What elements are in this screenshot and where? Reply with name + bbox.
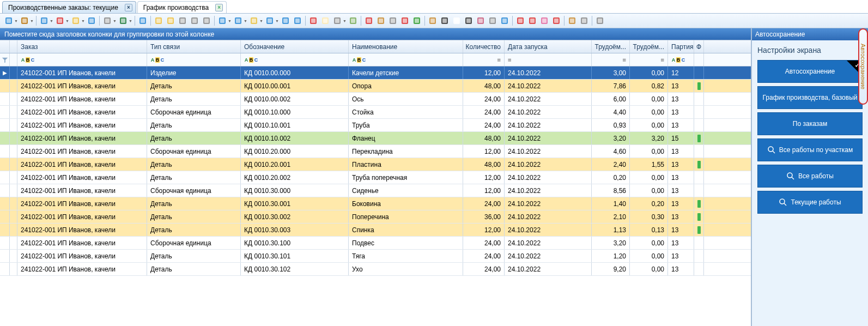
table-row[interactable]: 241022-001 ИП Иванов, качелиСборочная ед… bbox=[0, 145, 751, 158]
dropdown-arrow-icon[interactable]: ▼ bbox=[50, 19, 53, 23]
package-button[interactable] bbox=[427, 15, 438, 26]
col-quantity[interactable]: Количество bbox=[463, 40, 505, 53]
table-row[interactable]: 241022-001 ИП Иванов, качелиДетальКД 001… bbox=[0, 263, 751, 276]
layout-button-5[interactable]: Текущие работы bbox=[757, 191, 863, 214]
barcode-button[interactable] bbox=[439, 15, 450, 26]
stack4-button[interactable] bbox=[189, 15, 200, 26]
find-button[interactable] bbox=[387, 15, 398, 26]
dropdown-arrow-icon[interactable]: ▼ bbox=[244, 19, 247, 23]
table-row[interactable]: 241022-001 ИП Иванов, качелиДетальКД 001… bbox=[0, 224, 751, 237]
dropdown-arrow-icon[interactable]: ▼ bbox=[81, 19, 85, 23]
dropdown-arrow-icon[interactable]: ▼ bbox=[113, 19, 117, 23]
tree-expand-button[interactable] bbox=[233, 15, 244, 26]
note-button[interactable] bbox=[248, 15, 259, 26]
doc-button[interactable] bbox=[451, 15, 462, 26]
duplicate-button[interactable] bbox=[70, 15, 81, 26]
dropdown-arrow-icon[interactable]: ▼ bbox=[129, 19, 132, 23]
col-start-date[interactable]: Дата запуска bbox=[505, 40, 592, 53]
new-doc-button[interactable] bbox=[3, 15, 14, 26]
layout-button-2[interactable]: По заказам bbox=[757, 112, 863, 135]
print-button[interactable] bbox=[19, 15, 30, 26]
table-row[interactable]: 241022-001 ИП Иванов, качелиДетальКД 001… bbox=[0, 158, 751, 171]
list-button[interactable] bbox=[264, 15, 275, 26]
binoc-button[interactable] bbox=[463, 15, 474, 26]
table-row[interactable]: 241022-001 ИП Иванов, качелиДетальКД 001… bbox=[0, 197, 751, 210]
delete-button[interactable] bbox=[54, 15, 65, 26]
people-button[interactable] bbox=[475, 15, 486, 26]
table-row[interactable]: 241022-001 ИП Иванов, качелиДетальКД 001… bbox=[0, 93, 751, 106]
dropdown-arrow-icon[interactable]: ▼ bbox=[14, 19, 18, 23]
group-by-panel[interactable]: Поместите сюда заголовок колонки для гру… bbox=[0, 28, 751, 40]
tab-0[interactable]: Производственные заказы: текущие× bbox=[2, 1, 136, 13]
stack3-button[interactable] bbox=[177, 15, 188, 26]
stack1-button[interactable] bbox=[153, 15, 164, 26]
filter-labor1[interactable]: = bbox=[592, 53, 630, 66]
checkmark-button[interactable] bbox=[411, 15, 422, 26]
layout-button-4[interactable]: Все работы bbox=[757, 165, 863, 188]
table-row[interactable]: 241022-001 ИП Иванов, качелиСборочная ед… bbox=[0, 106, 751, 119]
dropdown-arrow-icon[interactable]: ▼ bbox=[343, 19, 347, 23]
struct-button[interactable] bbox=[499, 15, 510, 26]
col-type[interactable]: Тип связи bbox=[147, 40, 241, 53]
window-button[interactable] bbox=[567, 15, 578, 26]
tool-button[interactable] bbox=[487, 15, 498, 26]
filter-col-button[interactable] bbox=[280, 15, 291, 26]
dropdown-arrow-icon[interactable]: ▼ bbox=[259, 19, 263, 23]
layout-button-0[interactable]: Автосохранение✓ bbox=[757, 60, 863, 83]
table-row[interactable]: 241022-001 ИП Иванов, качелиДетальКД 001… bbox=[0, 80, 751, 93]
tab-1[interactable]: График производства× bbox=[137, 1, 227, 13]
machine-button[interactable] bbox=[201, 15, 212, 26]
pencil-button[interactable] bbox=[527, 15, 538, 26]
filter-designation[interactable]: ABC bbox=[241, 53, 349, 66]
dropdown-arrow-icon[interactable]: ▼ bbox=[275, 19, 279, 23]
menu-button[interactable] bbox=[594, 15, 605, 26]
col-designation[interactable]: Обозначение bbox=[241, 40, 349, 53]
filter-flag[interactable] bbox=[694, 53, 704, 66]
col-name[interactable]: Наименование bbox=[349, 40, 463, 53]
series-num-button[interactable] bbox=[217, 15, 228, 26]
badge-button[interactable] bbox=[539, 15, 550, 26]
table-row[interactable]: 241022-001 ИП Иванов, качелиДетальКД 001… bbox=[0, 171, 751, 184]
filter-name[interactable]: ABC bbox=[349, 53, 463, 66]
table-row[interactable]: 241022-001 ИП Иванов, качелиСборочная ед… bbox=[0, 184, 751, 197]
table-row[interactable]: ▶241022-001 ИП Иванов, качелиИзделиеКД 0… bbox=[0, 67, 751, 80]
excel-button[interactable] bbox=[118, 15, 129, 26]
dropdown-arrow-icon[interactable]: ▼ bbox=[228, 19, 232, 23]
props-button[interactable] bbox=[320, 15, 331, 26]
scheme-button[interactable] bbox=[332, 15, 343, 26]
close-icon[interactable]: × bbox=[125, 4, 132, 11]
table-row[interactable]: 241022-001 ИП Иванов, качелиДетальКД 001… bbox=[0, 119, 751, 132]
up-button[interactable] bbox=[551, 15, 562, 26]
dropdown-arrow-icon[interactable]: ▼ bbox=[30, 19, 34, 23]
dropdown-arrow-icon[interactable]: ▼ bbox=[65, 19, 69, 23]
table-row[interactable]: 241022-001 ИП Иванов, качелиСборочная ед… bbox=[0, 237, 751, 250]
table-row[interactable]: 241022-001 ИП Иванов, качелиДетальКД 001… bbox=[0, 210, 751, 224]
close-icon[interactable]: × bbox=[215, 4, 223, 11]
table-row[interactable]: 241022-001 ИП Иванов, качелиДетальКД 001… bbox=[0, 132, 751, 145]
col-flag[interactable]: Ф bbox=[694, 40, 704, 53]
save-button[interactable] bbox=[39, 15, 50, 26]
col-order[interactable]: Заказ bbox=[17, 40, 147, 53]
stack2-button[interactable] bbox=[165, 15, 176, 26]
col-labor1[interactable]: Трудоём... bbox=[592, 40, 630, 53]
filter-quantity[interactable]: = bbox=[463, 53, 505, 66]
colors-button[interactable] bbox=[308, 15, 319, 26]
clock-button[interactable] bbox=[375, 15, 386, 26]
filter-order[interactable]: ABC bbox=[17, 53, 147, 66]
col-labor2[interactable]: Трудоём... bbox=[630, 40, 668, 53]
filter-batch[interactable]: ABC bbox=[668, 53, 694, 66]
funnel-button[interactable] bbox=[292, 15, 303, 26]
layout-button-3[interactable]: Все работы по участкам bbox=[757, 138, 863, 161]
collapsed-autosave-tab[interactable]: Автосохранение bbox=[858, 28, 868, 105]
calendar2-button[interactable] bbox=[399, 15, 410, 26]
filter-date[interactable]: = bbox=[505, 53, 592, 66]
col-batch[interactable]: Партия bbox=[668, 40, 694, 53]
filter-toggle-icon[interactable] bbox=[0, 53, 10, 66]
table-row[interactable]: 241022-001 ИП Иванов, качелиДетальКД 001… bbox=[0, 250, 751, 263]
layout-button-1[interactable]: График производства, базовый bbox=[757, 86, 863, 109]
calendar-button[interactable] bbox=[363, 15, 374, 26]
link-button[interactable] bbox=[579, 15, 590, 26]
route-button[interactable] bbox=[137, 15, 148, 26]
filter-labor2[interactable]: = bbox=[630, 53, 668, 66]
filter-type[interactable]: ABC bbox=[147, 53, 241, 66]
